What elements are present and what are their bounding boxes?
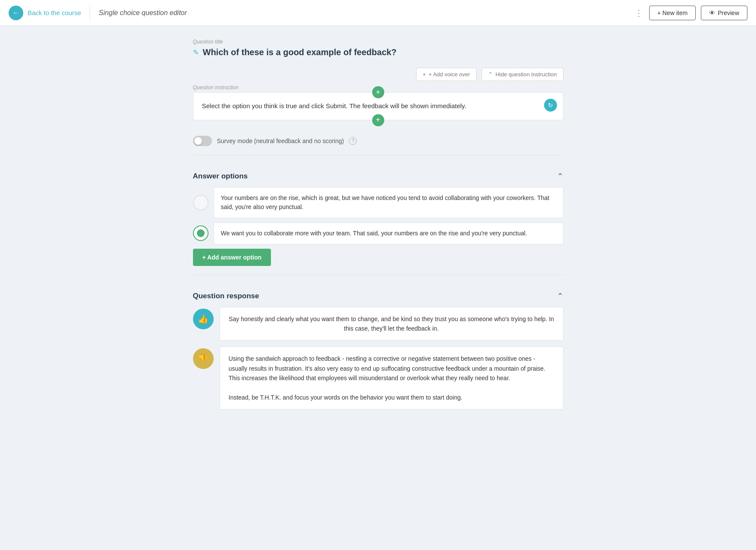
answer-text-1[interactable]: Your numbers are on the rise, which is g… (214, 187, 563, 218)
section-divider-2 (193, 275, 563, 275)
section-divider-1 (193, 155, 563, 155)
question-title-text: Which of these is a good example of feed… (203, 47, 397, 57)
preview-icon: 👁 (709, 9, 715, 16)
refresh-button[interactable]: ↻ (544, 99, 557, 112)
new-item-button[interactable]: + New item (649, 6, 696, 20)
question-title-row: ✎ Which of these is a good example of fe… (193, 47, 563, 57)
answer-text-2[interactable]: We want you to collaborate more with you… (214, 222, 563, 244)
toggle-thumb (194, 137, 202, 145)
header-actions: + New item 👁 Preview (649, 6, 747, 20)
add-block-above-button[interactable]: + (372, 86, 384, 98)
instruction-wrapper: + Select the option you think is true an… (193, 92, 563, 120)
more-options-icon[interactable]: ⋮ (629, 8, 649, 18)
instruction-text: Select the option you think is true and … (202, 102, 467, 109)
survey-mode-label: Survey mode (neutral feedback and no sco… (217, 138, 344, 144)
back-to-course-button[interactable]: ← Back to the course (9, 6, 81, 20)
add-answer-label: + Add answer option (202, 254, 262, 261)
preview-button[interactable]: 👁 Preview (701, 6, 747, 20)
back-arrow-icon: ← (9, 6, 23, 20)
response-item-2: 👎 Using the sandwich approach to feedbac… (193, 347, 563, 409)
header-divider (90, 5, 90, 21)
add-voice-over-button[interactable]: + + Add voice over (416, 68, 476, 81)
response-item-1: 👍 Say honestly and clearly what you want… (193, 307, 563, 341)
response-text-1[interactable]: Say honestly and clearly what you want t… (220, 307, 563, 341)
answer-options-collapse-icon[interactable]: ⌃ (557, 172, 563, 181)
thumbs-up-icon: 👍 (193, 309, 214, 329)
thumbs-down-icon: 👎 (193, 348, 214, 369)
voice-controls: + + Add voice over ⌃ Hide question instr… (193, 68, 563, 81)
question-response-title: Question response (193, 292, 259, 300)
answer-option-2: We want you to collaborate more with you… (193, 222, 563, 244)
hide-instruction-label: Hide question instruction (495, 71, 557, 78)
question-response-header: Question response ⌃ (193, 284, 563, 307)
answer-option-1: Your numbers are on the rise, which is g… (193, 187, 563, 218)
answer-options-title: Answer options (193, 172, 248, 181)
radio-selected-indicator (197, 229, 205, 237)
main-content: Question title ✎ Which of these is a goo… (184, 26, 572, 433)
add-block-below-button[interactable]: + (372, 114, 384, 126)
question-response-collapse-icon[interactable]: ⌃ (557, 291, 563, 301)
back-label: Back to the course (28, 9, 81, 16)
radio-button-2[interactable] (193, 225, 208, 241)
hide-instruction-button[interactable]: ⌃ Hide question instruction (482, 68, 563, 81)
radio-button-1[interactable] (193, 195, 208, 210)
plus-icon: + (423, 71, 426, 78)
response-text-2[interactable]: Using the sandwich approach to feedback … (220, 347, 563, 409)
question-title-label: Question title (193, 39, 563, 45)
answer-options-section: Answer options ⌃ Your numbers are on the… (193, 164, 563, 266)
add-voice-over-label: + Add voice over (429, 71, 470, 78)
header: ← Back to the course Single choice quest… (0, 0, 756, 26)
answer-options-header: Answer options ⌃ (193, 164, 563, 187)
add-answer-option-button[interactable]: + Add answer option (193, 249, 271, 266)
question-response-section: Question response ⌃ 👍 Say honestly and c… (193, 284, 563, 410)
new-item-label: + New item (657, 9, 688, 16)
help-icon[interactable]: ? (349, 137, 357, 145)
survey-mode-toggle[interactable] (193, 136, 212, 146)
toggle-track (193, 136, 212, 146)
chevron-up-icon: ⌃ (488, 71, 493, 78)
editor-title: Single choice question editor (99, 9, 629, 17)
preview-label: Preview (718, 9, 739, 16)
pencil-icon: ✎ (193, 48, 199, 56)
survey-row: Survey mode (neutral feedback and no sco… (193, 136, 563, 146)
